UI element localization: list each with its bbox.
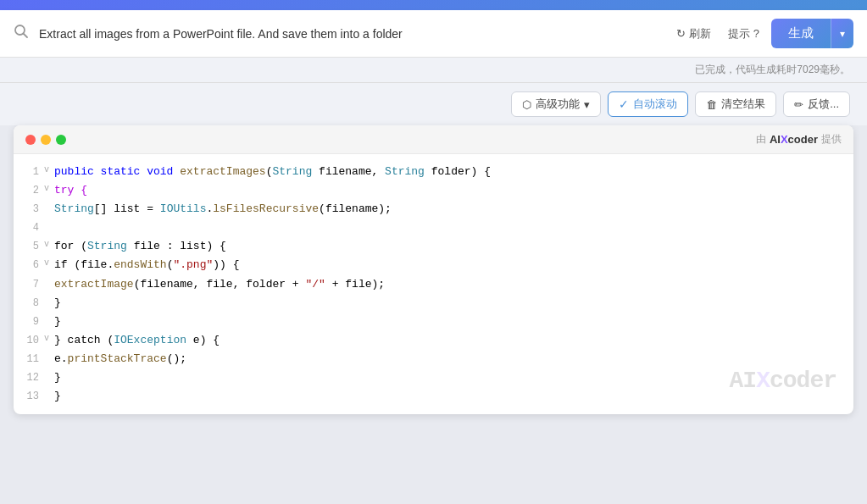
generate-button[interactable]: 生成 [771,19,831,48]
chevron-down-icon: ▾ [840,28,845,40]
aixcoder-credit: 由 AIXcoder 提供 [756,132,842,147]
check-icon: ✓ [619,97,629,111]
code-token: try { [54,184,87,197]
line-number: 5 [14,237,39,255]
advanced-features-button[interactable]: ⬡ 高级功能 ▾ [511,91,601,117]
code-line-content: } [54,313,840,331]
line-number: 9 [14,313,39,330]
line-number: 13 [14,387,39,405]
trash-icon: 🗑 [706,98,717,111]
generate-button-wrap: 生成 ▾ [771,19,853,48]
code-token: + file); [325,278,385,291]
code-token: "/" [305,278,325,291]
traffic-light-yellow [41,135,51,145]
code-token: filename, [312,165,385,178]
dropdown-arrow-icon: ▾ [584,98,590,111]
code-token: )) { [213,258,239,271]
auto-scroll-button[interactable]: ✓ 自动滚动 [608,91,688,117]
code-line-content: } [54,387,840,406]
feedback-button[interactable]: ✏ 反馈... [783,91,850,117]
line-number: 3 [14,200,39,218]
code-token: (filename, file, folder + [134,278,306,291]
code-token: String [385,165,425,178]
code-token: (filename); [319,202,392,215]
status-bar: 已完成，代码生成耗时7029毫秒。 [0,58,867,83]
table-row: 8 } [14,294,853,313]
code-line-content: } [54,294,840,313]
code-line-content: } catch (IOException e) { [54,331,840,350]
line-number: 11 [14,350,39,368]
refresh-button[interactable]: ↻ 刷新 [671,23,716,45]
code-area: 1vpublic static void extractImages(Strin… [14,154,853,414]
code-token: String [54,202,94,215]
table-row: 6v if (file.endsWith(".png")) { [14,256,853,274]
line-number: 12 [14,368,39,386]
code-token: if (file. [54,258,114,271]
line-number: 2 [14,181,39,199]
question-icon: ? [753,27,759,40]
code-token: e) { [186,334,220,346]
code-token: String [87,240,127,252]
refresh-icon: ↻ [676,27,686,40]
generate-dropdown-button[interactable]: ▾ [831,19,853,48]
code-token: IOException [114,334,186,346]
search-icon [14,24,29,43]
code-token: String [272,165,312,178]
advanced-features-label: 高级功能 [536,97,580,112]
table-row: 3 String[] list = IOUtils.lsFilesRecursi… [14,200,853,219]
line-number: 10 [14,331,39,349]
refresh-label: 刷新 [689,26,711,42]
table-row: 7 extractImage(filename, file, folder + … [14,275,853,294]
traffic-lights [25,135,66,145]
clear-results-label: 清空结果 [721,97,765,112]
line-number: 7 [14,275,39,293]
fold-arrow[interactable]: v [44,237,54,252]
code-token: for ( [54,240,87,252]
code-token: file : list) { [127,240,226,252]
hexagon-icon: ⬡ [522,98,531,111]
code-token: e. [54,352,68,365]
code-token: } catch ( [54,334,114,346]
code-line-content: extractImage(filename, file, folder + "/… [54,275,840,294]
traffic-light-red [25,135,36,145]
search-input[interactable] [39,27,661,41]
code-window-titlebar: 由 AIXcoder 提供 [14,125,853,154]
code-token: } [54,371,61,384]
fold-arrow[interactable]: v [44,181,54,196]
credit-suffix: 提供 [821,132,842,147]
top-gradient-bar [0,0,867,10]
svg-line-1 [24,34,28,38]
aixcoder-logo-small: AIXcoder [770,133,818,146]
code-line-content: for (String file : list) { [54,237,840,256]
code-line-content: } [54,368,840,387]
fold-arrow[interactable]: v [44,331,54,346]
table-row: 12 } [14,368,853,387]
search-area: ↻ 刷新 提示 ? 生成 ▾ [0,10,867,58]
code-line-content: try { [54,181,840,200]
code-line-content: String[] list = IOUtils.lsFilesRecursive… [54,200,840,219]
code-token: printStackTrace [68,352,167,365]
edit-icon: ✏ [794,98,803,111]
code-token: [] list = [94,202,160,215]
line-number: 1 [14,163,39,180]
hint-button[interactable]: 提示 ? [723,23,764,45]
code-token: } [54,315,61,328]
fold-arrow[interactable]: v [44,163,54,177]
code-token: public static void [54,165,180,178]
code-line-content: e.printStackTrace(); [54,350,840,368]
status-message: 已完成，代码生成耗时7029毫秒。 [695,64,850,75]
code-token: (); [167,352,186,365]
fold-arrow[interactable]: v [44,256,54,270]
code-token: ".png" [173,258,213,271]
code-token: endsWith [114,258,166,271]
toolbar: ⬡ 高级功能 ▾ ✓ 自动滚动 🗑 清空结果 ✏ 反馈... [0,83,867,125]
line-number: 8 [14,294,39,312]
code-line-content: public static void extractImages(String … [54,163,840,181]
line-number: 6 [14,256,39,274]
clear-results-button[interactable]: 🗑 清空结果 [695,91,776,117]
feedback-label: 反馈... [808,97,839,112]
table-row: 4 [14,219,853,237]
table-row: 1vpublic static void extractImages(Strin… [14,163,853,181]
code-line-content: if (file.endsWith(".png")) { [54,256,840,274]
code-line-content [54,219,840,237]
